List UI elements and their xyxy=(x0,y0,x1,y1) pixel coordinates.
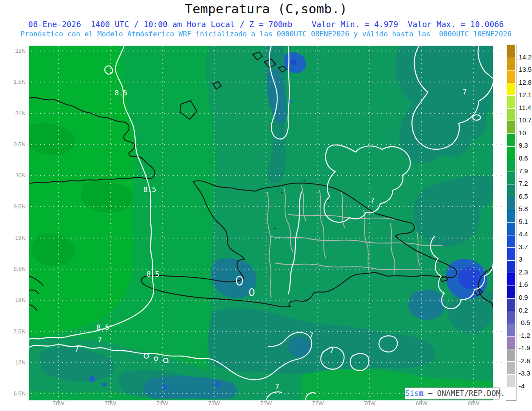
contour-label-7: 7 xyxy=(98,336,102,344)
x-axis-label: 70W xyxy=(359,400,381,407)
subtitle-model-info: Pronóstico con el Modelo Atmósferico WRF… xyxy=(0,30,532,38)
colorbar-tick-label: 3.7 xyxy=(519,243,532,251)
colorbar-tick-label: 7.2 xyxy=(519,180,532,187)
colorbar-cell xyxy=(507,147,515,159)
x-axis-label: 69W xyxy=(411,400,433,407)
colorbar-tick-label: 2.3 xyxy=(519,268,532,276)
watermark-org: ONAMET/REP.DOM. xyxy=(437,389,505,398)
contour-label-8p5: 8.5 xyxy=(147,270,160,278)
colorbar-tick-label: 1.6 xyxy=(519,281,532,288)
y-axis-label: 8.5N xyxy=(1,266,26,272)
colorbar-tick-label: -0.5 xyxy=(519,319,532,326)
colorbar-tick-label: 0.2 xyxy=(519,306,532,314)
colorbar-cell xyxy=(507,172,515,184)
colorbar-tick-label: 8.6 xyxy=(519,154,532,162)
x-axis-label: 74W xyxy=(151,400,173,407)
x-axis-label: 73W xyxy=(203,400,225,407)
colorbar-cell xyxy=(507,109,515,121)
y-axis-label: 20N xyxy=(1,172,26,179)
colorbar-tick-label: 5.8 xyxy=(519,205,532,212)
watermark-separator: – xyxy=(423,389,437,398)
colorbar-cell xyxy=(507,184,515,197)
y-axis-label: 17N xyxy=(1,359,26,366)
colorbar-tick-label: -1.2 xyxy=(519,332,532,339)
contour-label-7: 7 xyxy=(370,196,375,205)
colorbar-cell xyxy=(507,299,515,311)
colorbar-cell xyxy=(507,235,515,248)
colorbar-tick-label: 10.7 xyxy=(519,116,532,124)
colorbar-cell xyxy=(507,197,515,210)
y-axis-label: 7.5N xyxy=(1,328,26,335)
colorbar-tick-label: 3 xyxy=(519,255,532,263)
watermark-pi-icon: π xyxy=(419,389,423,398)
x-axis-label: 76W xyxy=(47,400,70,407)
colorbar-cell xyxy=(507,324,515,337)
x-axis-label: 75W xyxy=(99,400,121,407)
colorbar-cell xyxy=(507,349,515,362)
colorbar-tick-label: 12.1 xyxy=(519,91,532,98)
colorbar-cell xyxy=(507,337,515,349)
colorbar-tick-label: 11.4 xyxy=(519,104,532,111)
y-axis-label: 22N xyxy=(1,47,26,54)
y-axis-label: 21N xyxy=(1,110,26,117)
colorbar-cell xyxy=(507,311,515,324)
x-axis-label: 68W xyxy=(462,400,485,407)
colorbar-tick-label: 13.5 xyxy=(519,66,532,73)
colorbar-tick-label: -4 xyxy=(519,382,532,390)
x-axis-label: 72W xyxy=(255,400,277,407)
contour-label-7: 7 xyxy=(309,331,313,340)
colorbar-cell xyxy=(507,261,515,273)
colorbar-cell xyxy=(507,273,515,286)
colorbar-cell xyxy=(507,210,515,223)
y-axis-label: 1.5N xyxy=(1,78,26,85)
colorbar-tick-label: -3.3 xyxy=(519,369,532,377)
colorbar-tick-label: 10 xyxy=(519,129,532,137)
colorbar-tick-label: 4.4 xyxy=(519,230,532,238)
y-axis-label: 9.5N xyxy=(1,203,26,210)
colorbar xyxy=(506,44,516,401)
contour-label-7: 7 xyxy=(74,345,79,353)
colorbar-cell xyxy=(507,121,515,133)
colorbar-cell xyxy=(507,83,515,96)
colorbar-cell xyxy=(507,388,515,400)
colorbar-tick-label: 7.9 xyxy=(519,167,532,175)
colorbar-tick-label: 0.9 xyxy=(519,294,532,301)
x-axis-label: 71W xyxy=(307,400,329,407)
y-axis-label: 19N xyxy=(1,235,26,241)
colorbar-cell xyxy=(507,159,515,172)
watermark-sis: Sis xyxy=(405,389,419,398)
contour-label-8p5: 8.5 xyxy=(144,185,156,194)
y-axis-label: 18N xyxy=(1,297,26,303)
y-axis-label: 6.5N xyxy=(1,390,26,397)
colorbar-cell xyxy=(507,248,515,260)
contour-label-8p5: 8.5 xyxy=(115,89,128,97)
colorbar-cell xyxy=(507,362,515,374)
contour-label-7: 7 xyxy=(329,346,334,355)
colorbar-tick-label: 14.2 xyxy=(519,53,532,61)
contour-label-7: 7 xyxy=(275,383,279,391)
watermark-badge: Sisπ – ONAMET/REP.DOM. xyxy=(405,388,500,399)
colorbar-cell xyxy=(507,96,515,108)
colorbar-tick-label: 6.5 xyxy=(519,192,532,200)
colorbar-tick-label: -2.6 xyxy=(519,357,532,364)
colorbar-cell xyxy=(507,58,515,70)
colorbar-cell xyxy=(507,375,515,387)
contour-label-7: 7 xyxy=(462,88,467,96)
weather-map-figure: Temperatura (C,somb.) 08-Ene-2026 1400 U… xyxy=(0,0,532,411)
colorbar-tick-label: -1.9 xyxy=(519,344,532,352)
colorbar-cell xyxy=(507,45,515,58)
colorbar-cell xyxy=(507,286,515,298)
y-axis-label: 0.5N xyxy=(1,141,26,148)
colorbar-cell xyxy=(507,70,515,83)
colorbar-tick-label: 12.8 xyxy=(519,78,532,86)
subtitle-validtime-minmax: 08-Ene-2026 1400 UTC / 10:00 am Hora Loc… xyxy=(0,20,532,29)
colorbar-tick-label: 5.1 xyxy=(519,218,532,225)
colorbar-cell xyxy=(507,134,515,146)
contour-label-8p5: 8.5 xyxy=(97,323,110,332)
page-title: Temperatura (C,somb.) xyxy=(0,1,532,16)
colorbar-tick-label: 9.3 xyxy=(519,141,532,149)
colorbar-cell xyxy=(507,223,515,235)
map-canvas: 8.58.58.58.57777777 xyxy=(18,46,508,404)
